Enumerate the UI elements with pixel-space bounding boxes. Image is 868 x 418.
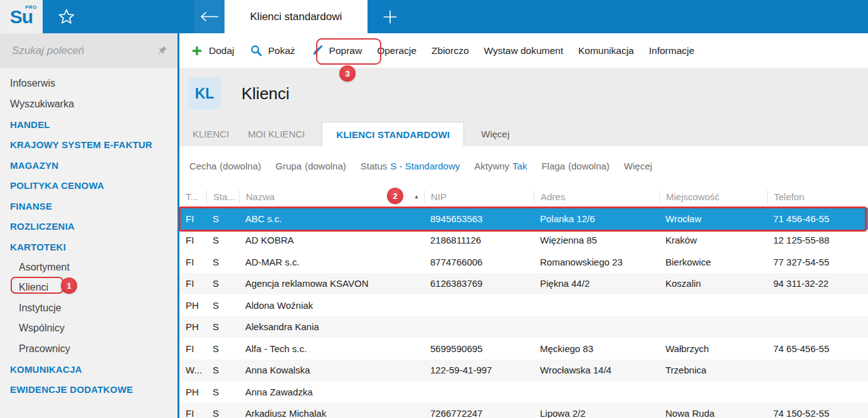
cell-address: Romanowskiego 23 (534, 257, 659, 267)
back-button[interactable] (194, 0, 225, 33)
toolbar-button-zbiorczo[interactable]: Zbiorczo (424, 45, 476, 56)
sidebar-item-krajowy-system-e-faktur[interactable]: KRAJOWY SYSTEM E-FAKTUR (0, 135, 177, 156)
cell-city: Bierkowice (659, 257, 767, 267)
filter-aktywny[interactable]: AktywnyTak (474, 161, 527, 171)
cell-status: S (206, 387, 239, 397)
cell-city: Wałbrzych (659, 343, 767, 354)
cell-phone: 71 456-46-55 (767, 213, 868, 224)
sidebar-item-ewidencje-dodatkowe[interactable]: EWIDENCJE DODATKOWE (0, 380, 177, 400)
cell-city: Wrocław (659, 213, 767, 224)
toolbar-button-wystaw-dokument[interactable]: Wystaw dokument (477, 45, 571, 56)
sidebar-item-wspólnicy[interactable]: Wspólnicy (0, 318, 177, 339)
cell-type: FI (179, 408, 206, 418)
sidebar-item-magazyn[interactable]: MAGAZYN (0, 155, 177, 176)
filter-więcej[interactable]: Więcej (624, 161, 652, 171)
column-header-type[interactable]: T... (179, 190, 206, 204)
command-search-box[interactable]: Szukaj poleceń (0, 33, 177, 68)
toolbar-button-komunikacja[interactable]: Komunikacja (571, 45, 642, 56)
sidebar-item-asortyment[interactable]: Asortyment (0, 257, 177, 278)
cell-name: AD KOBRA (239, 235, 424, 245)
column-header-phone[interactable]: Telefon (767, 190, 868, 204)
filter-label: Cecha (189, 161, 216, 171)
filter-flaga[interactable]: Flaga(dowolna) (541, 161, 609, 171)
filter-value: S - Standardowy (390, 161, 460, 171)
cell-nip: 8774766006 (424, 257, 534, 267)
filter-grupa[interactable]: Grupa(dowolna) (275, 161, 346, 171)
cell-nip: 5699590695 (424, 343, 534, 354)
filter-status[interactable]: StatusS - Standardowy (361, 161, 460, 171)
filter-value: (dowolna) (305, 161, 346, 171)
cell-type: FI (179, 213, 206, 224)
table-row-ad-mar-s-c[interactable]: FISAD-MAR s.c.8774766006Romanowskiego 23… (179, 251, 868, 273)
column-header-city[interactable]: Miejscowość (659, 190, 767, 204)
table-row-anna-kowalska[interactable]: W...SAnna Kowalska122-59-41-997Wrocławsk… (179, 360, 868, 382)
edit-brush-icon (310, 44, 324, 57)
column-header-nip[interactable]: NIP (424, 190, 534, 204)
toolbar-button-label: Popraw (329, 45, 363, 56)
sidebar: Szukaj poleceń InfoserwisWyszukiwarkaHAN… (0, 33, 177, 418)
toolbar-button-label: Zbiorczo (431, 45, 468, 56)
table-row-agencja-reklamowa-ksavon[interactable]: FISAgencja reklamowa KSAVON6126383769Pię… (179, 273, 868, 295)
filter-label: Status (361, 161, 388, 171)
sidebar-item-rozliczenia[interactable]: ROZLICZENIA (0, 217, 177, 237)
sidebar-item-instytucje[interactable]: Instytucje (0, 298, 177, 319)
cell-address: Więzienna 85 (534, 235, 659, 245)
tab-klienci-standardowi[interactable]: KLIENCI STANDARDOWI (322, 122, 464, 146)
sidebar-item-klienci[interactable]: Klienci (0, 277, 177, 298)
toolbar-button-operacje[interactable]: Operacje (369, 45, 424, 56)
sidebar-item-handel[interactable]: HANDEL (0, 114, 177, 135)
cell-status: S (206, 343, 239, 354)
topbar-fill (413, 0, 868, 33)
sidebar-item-polityka-cenowa[interactable]: POLITYKA CENOWA (0, 176, 177, 196)
main-panel: DodajPokażPoprawOperacjeZbiorczoWystaw d… (177, 33, 868, 418)
filter-value: Tak (512, 161, 527, 171)
table-row-abc-s-c[interactable]: FISABC s.c.8945653563Polanka 12/6Wrocław… (179, 208, 868, 230)
column-header-status[interactable]: Sta... (206, 190, 239, 204)
table-row-ad-kobra[interactable]: FISAD KOBRA2186811126Więzienna 85Kraków1… (179, 230, 868, 252)
current-tab[interactable]: Klienci standardowi (225, 0, 368, 33)
cell-address: Męckiego 83 (534, 343, 659, 354)
table-row-anna-zawadzka[interactable]: PHSAnna Zawadzka (179, 381, 868, 403)
column-header-address[interactable]: Adres (534, 190, 659, 204)
plus-icon (382, 9, 398, 25)
cell-name: Arkadiusz Michalak (239, 408, 424, 418)
table-row-aldona-woźniak[interactable]: PHSAldona Woźniak (179, 294, 868, 316)
table-row-alfa-tech-s-c[interactable]: FISAlfa - Tech s.c.5699590695Męckiego 83… (179, 338, 868, 360)
toolbar-button-popraw[interactable]: Popraw (303, 44, 370, 57)
toolbar-button-informacje[interactable]: Informacje (642, 45, 702, 56)
cell-nip: 2186811126 (424, 235, 534, 245)
pin-icon[interactable] (157, 45, 167, 56)
sidebar-list: InfoserwisWyszukiwarkaHANDELKRAJOWY SYST… (0, 73, 177, 400)
filterbar: Cecha(dowolna)Grupa(dowolna)StatusS - St… (179, 146, 868, 186)
favorites-button[interactable] (43, 0, 90, 33)
table-row-arkadiusz-michalak[interactable]: FISArkadiusz Michalak7266772247Lipowa 2/… (179, 403, 868, 418)
toolbar-button-pokaż[interactable]: Pokaż (242, 44, 303, 57)
cell-type: FI (179, 278, 206, 289)
tab-moi-klienci[interactable]: MOI KLIENCI (238, 122, 314, 146)
cell-city: Kraków (659, 235, 767, 245)
tab-more[interactable]: Więcej (472, 122, 519, 146)
sidebar-item-infoserwis[interactable]: Infoserwis (0, 73, 177, 94)
column-header-name[interactable]: Nazwa▲ (239, 190, 424, 204)
cell-name: Aldona Woźniak (239, 300, 424, 311)
sidebar-item-pracownicy[interactable]: Pracownicy (0, 339, 177, 360)
filter-cecha[interactable]: Cecha(dowolna) (189, 161, 261, 171)
command-search-placeholder: Szukaj poleceń (12, 45, 84, 57)
app-logo[interactable]: Su PRO (0, 0, 43, 33)
sidebar-item-komunikacja[interactable]: KOMUNIKACJA (0, 359, 177, 380)
tab-klienci[interactable]: KLIENCI (183, 122, 238, 146)
toolbar-button-dodaj[interactable]: Dodaj (183, 45, 242, 57)
new-tab-button[interactable] (368, 0, 413, 33)
cell-type: W... (179, 365, 206, 375)
sidebar-item-finanse[interactable]: FINANSE (0, 196, 177, 217)
cell-type: PH (179, 321, 206, 332)
table-row-aleksandra-kania[interactable]: PHSAleksandra Kania (179, 316, 868, 338)
cell-address: Polanka 12/6 (534, 213, 659, 224)
table-body: FISABC s.c.8945653563Polanka 12/6Wrocław… (179, 208, 868, 418)
sidebar-item-kartoteki[interactable]: KARTOTEKI (0, 237, 177, 257)
search-magnifier-icon (250, 44, 263, 57)
filter-label: Aktywny (474, 161, 509, 171)
cell-city: Koszalin (659, 278, 767, 289)
page-title: Klienci (241, 84, 290, 104)
sidebar-item-wyszukiwarka[interactable]: Wyszukiwarka (0, 94, 177, 115)
